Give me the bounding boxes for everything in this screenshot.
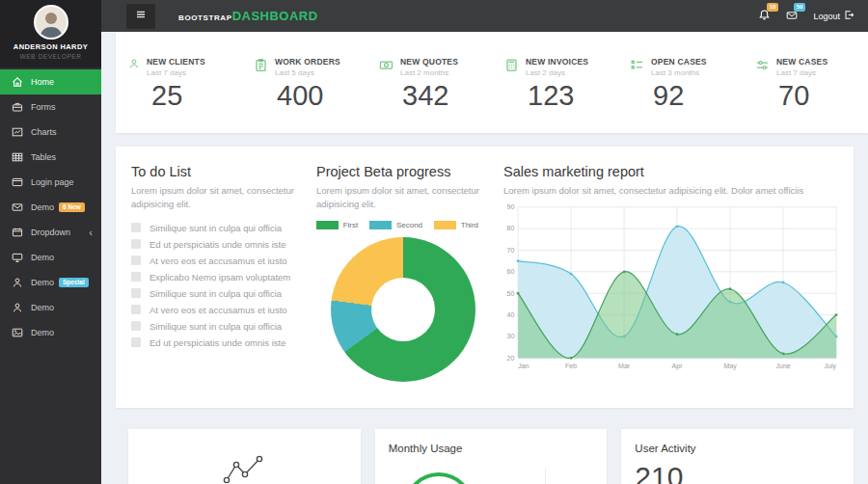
notifications-button[interactable]: 18 — [758, 8, 771, 25]
todo-item-text: Similique sunt in culpa qui officia — [149, 223, 282, 233]
user-activity-value: 210 — [635, 461, 840, 484]
logout-icon — [844, 10, 854, 22]
stat-period: Last 5 days — [275, 68, 340, 77]
stat-work-orders: WORK ORDERSLast 5 days400 — [241, 57, 366, 133]
todo-item[interactable]: Ed ut perspiciatis unde omnis iste — [131, 335, 303, 351]
stat-label: NEW INVOICES — [526, 57, 588, 67]
sidebar-item-demo-8[interactable]: DemoSpecial — [0, 270, 101, 295]
project-beta-subtitle: Lorem ipsum dolor sit amet, consectetur … — [316, 184, 490, 211]
todo-item[interactable]: Similique sunt in culpa qui officia — [131, 285, 303, 302]
legend-swatch-third — [434, 221, 456, 229]
main-content: NEW CLIENTSLast 7 days25WORK ORDERSLast … — [101, 32, 868, 484]
legend-label-second: Second — [396, 221, 422, 229]
sidebar-item-charts-2[interactable]: Charts — [0, 120, 101, 145]
stat-header: WORK ORDERSLast 5 days — [254, 57, 366, 77]
legend-label-first: First — [343, 221, 359, 229]
todo-item-text: Ed ut perspiciatis unde omnis iste — [149, 337, 286, 348]
todo-checkbox[interactable] — [131, 272, 141, 282]
todo-checkbox[interactable] — [131, 223, 141, 232]
legend-swatch-second — [369, 221, 392, 229]
todo-item[interactable]: Ed ut perspiciatis unde omnis iste — [131, 236, 303, 253]
logout-button[interactable]: Logout — [813, 10, 854, 22]
sidebar-item-demo-7[interactable]: Demo — [0, 245, 101, 270]
sidebar-item-label: Login page — [31, 177, 74, 187]
stat-open-cases: OPEN CASESLast 3 months92 — [617, 57, 743, 133]
avatar[interactable] — [34, 5, 68, 40]
sidebar-item-label: Demo — [31, 202, 54, 212]
user-icon — [128, 58, 140, 69]
svg-text:Mar: Mar — [618, 362, 631, 368]
sidebar-item-demo-9[interactable]: Demo — [0, 295, 101, 320]
todo-checkbox[interactable] — [131, 337, 141, 347]
sidebar-item-badge: Special — [59, 278, 89, 287]
sidebar-item-forms-1[interactable]: Forms — [0, 94, 101, 120]
stat-period: Last 2 days — [526, 68, 588, 77]
todo-item[interactable]: Similique sunt in culpa qui officia — [131, 220, 303, 236]
stat-header: NEW CLIENTSLast 7 days — [128, 57, 241, 77]
sidebar-item-label: Demo — [31, 303, 54, 312]
chart-image-icon — [12, 126, 23, 138]
sidebar-item-label: Demo — [31, 278, 54, 287]
profile-role: WEB DEVELOPER — [0, 53, 101, 60]
image-icon — [12, 327, 23, 338]
sidebar-item-demo-10[interactable]: Demo — [0, 320, 101, 345]
sparkline-card — [128, 429, 361, 484]
donut-chart-wrap — [316, 237, 490, 382]
sidebar-item-login-page-4[interactable]: Login page — [0, 170, 101, 195]
sliders-icon — [755, 58, 770, 72]
table-icon — [12, 151, 23, 163]
user-icon — [12, 302, 23, 313]
stat-label: NEW CLIENTS — [147, 57, 205, 67]
svg-text:90: 90 — [506, 203, 514, 210]
sidebar-item-home-0[interactable]: Home — [0, 69, 101, 94]
todo-item-text: Similique sunt in culpa qui officia — [149, 321, 282, 332]
calendar-icon — [12, 227, 23, 238]
brand-logo[interactable]: BOOTSTRAPDASHBOARD — [178, 9, 318, 23]
messages-count-badge: 50 — [794, 3, 806, 12]
legend-swatch-first — [316, 221, 339, 229]
stat-label: NEW QUOTES — [400, 57, 458, 67]
user-activity-title: User Activity — [635, 443, 840, 454]
svg-text:30: 30 — [506, 333, 514, 339]
chevron-left-icon: ‹ — [89, 228, 93, 238]
project-beta-section: Project Beta progress Lorem ipsum dolor … — [316, 164, 490, 390]
todo-checkbox[interactable] — [131, 255, 141, 265]
brand-small-text: BOOTSTRAP — [178, 13, 232, 22]
profile-name: ANDERSON HARDY — [0, 42, 101, 51]
todo-item[interactable]: At vero eos et accusamus et iusto — [131, 302, 303, 318]
card-divider — [545, 468, 546, 484]
svg-text:May: May — [723, 362, 737, 369]
todo-checkbox[interactable] — [131, 305, 141, 314]
todo-checkbox[interactable] — [131, 321, 141, 331]
stat-value: 123 — [528, 80, 617, 112]
todo-section: To do List Lorem ipsum dolor sit amet, c… — [131, 164, 303, 390]
project-beta-title: Project Beta progress — [316, 164, 490, 179]
menu-toggle-button[interactable] — [126, 4, 155, 29]
monthly-usage-card: Monthly Usage — [375, 429, 608, 484]
svg-text:60: 60 — [506, 268, 514, 275]
sales-subtitle: Lorem ipsum dolor sit amet, consectetur … — [503, 184, 838, 198]
todo-item[interactable]: At vero eos et accusamus et iusto — [131, 253, 303, 269]
stat-value: 70 — [778, 80, 868, 112]
svg-text:80: 80 — [506, 225, 514, 231]
sidebar: ANDERSON HARDY WEB DEVELOPER HomeFormsCh… — [0, 0, 101, 484]
todo-item[interactable]: Explicabo Nemo ipsam voluptatem — [131, 269, 303, 285]
stat-period: Last 2 months — [400, 68, 458, 77]
todo-item[interactable]: Similique sunt in culpa qui officia — [131, 318, 303, 335]
stat-new-cases: NEW CASESLast 7 days70 — [743, 57, 868, 133]
todo-item-text: Similique sunt in culpa qui officia — [149, 288, 282, 299]
calculator-icon — [504, 58, 519, 72]
sidebar-item-tables-3[interactable]: Tables — [0, 145, 101, 170]
sidebar-item-demo-5[interactable]: Demo6 New — [0, 195, 101, 220]
logout-label: Logout — [813, 12, 840, 21]
todo-checkbox[interactable] — [131, 239, 141, 249]
top-navbar: BOOTSTRAPDASHBOARD 18 50 Logout — [101, 0, 868, 32]
person-photo-icon — [36, 7, 67, 38]
monthly-usage-title: Monthly Usage — [389, 443, 594, 454]
navbar-right-group: 18 50 Logout — [758, 8, 868, 25]
stat-value: 400 — [277, 80, 366, 112]
todo-checkbox[interactable] — [131, 288, 141, 298]
sidebar-item-dropdown-6[interactable]: Dropdown‹ — [0, 220, 101, 245]
legend-label-third: Third — [461, 221, 478, 229]
messages-button[interactable]: 50 — [786, 8, 798, 25]
